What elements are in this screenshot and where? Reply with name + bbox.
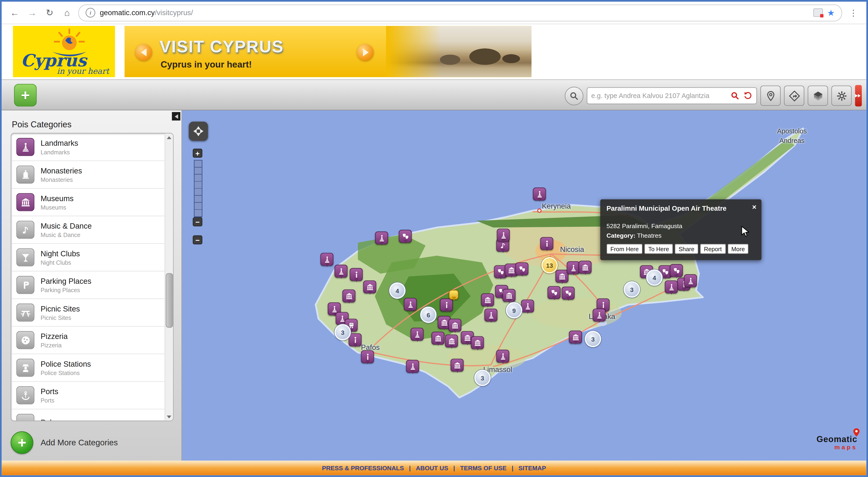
map-marker-statue[interactable] bbox=[496, 350, 509, 363]
map-cluster[interactable]: 4 bbox=[646, 269, 662, 286]
popup-button-share[interactable]: Share bbox=[675, 244, 699, 254]
map-marker-highlight[interactable] bbox=[449, 290, 459, 300]
search-input[interactable] bbox=[590, 91, 728, 100]
banner-prev-button[interactable] bbox=[135, 44, 152, 61]
map-marker-statue[interactable] bbox=[375, 231, 388, 244]
map-marker-statue[interactable] bbox=[665, 280, 678, 294]
category-item-parking-places[interactable]: Parking PlacesParking Places bbox=[11, 271, 165, 299]
map-marker-theatre[interactable] bbox=[670, 264, 683, 277]
map-cluster[interactable]: 3 bbox=[335, 324, 351, 340]
map-marker-statue[interactable] bbox=[320, 253, 334, 266]
map-marker-statue[interactable] bbox=[335, 265, 348, 278]
category-item-ports[interactable]: PortsPorts bbox=[11, 382, 165, 409]
map-marker-museum[interactable] bbox=[471, 336, 484, 349]
map-marker-museum[interactable] bbox=[579, 261, 592, 274]
map-marker-museum[interactable] bbox=[342, 289, 355, 302]
map-pan-control[interactable] bbox=[189, 122, 208, 141]
map-marker-statue[interactable] bbox=[567, 261, 580, 274]
popup-button-from-here[interactable]: From Here bbox=[607, 244, 643, 254]
map-marker-statue[interactable] bbox=[410, 328, 424, 341]
map-cluster[interactable]: 3 bbox=[474, 370, 491, 386]
footer-link-sitemap[interactable]: SITEMAP bbox=[519, 465, 546, 471]
bookmark-star-icon[interactable]: ★ bbox=[827, 8, 835, 18]
directions-button[interactable] bbox=[784, 86, 804, 106]
map-marker-info[interactable] bbox=[540, 237, 553, 250]
reload-icon[interactable]: ↻ bbox=[43, 6, 56, 19]
category-item-music-dance[interactable]: Music & DanceMusic & Dance bbox=[11, 216, 165, 244]
add-more-categories-button[interactable]: + Add More Categories bbox=[11, 431, 118, 454]
map-marker-theatre[interactable] bbox=[562, 286, 575, 300]
category-item-pizzeria[interactable]: PizzeriaPizzeria bbox=[11, 327, 165, 354]
footer-link-about-us[interactable]: ABOUT US bbox=[416, 465, 448, 471]
popup-button-report[interactable]: Report bbox=[700, 244, 725, 254]
scrollbar-thumb[interactable] bbox=[166, 273, 173, 328]
map-cluster[interactable]: 3 bbox=[585, 331, 601, 347]
footer-link-terms-of-use[interactable]: TERMS OF USE bbox=[460, 465, 506, 471]
map-marker-statue[interactable] bbox=[521, 300, 534, 313]
category-item-museums[interactable]: MuseumsMuseums bbox=[11, 189, 165, 216]
map-marker-statue[interactable] bbox=[497, 229, 510, 242]
locate-button[interactable] bbox=[761, 86, 781, 106]
search-go-icon[interactable] bbox=[730, 90, 741, 101]
scroll-down-icon[interactable] bbox=[165, 413, 173, 420]
category-item-landmarks[interactable]: LandmarksLandmarks bbox=[11, 133, 165, 161]
category-scrollbar[interactable] bbox=[164, 133, 173, 421]
map-cluster[interactable]: 6 bbox=[420, 307, 436, 323]
map-cluster[interactable]: 13 bbox=[541, 257, 558, 273]
map-marker-info[interactable] bbox=[361, 350, 374, 364]
browser-menu-icon[interactable]: ⋮ bbox=[847, 6, 860, 19]
footer-link-press-professionals[interactable]: PRESS & PROFESSIONALS bbox=[322, 465, 404, 471]
zoom-in-button[interactable]: + bbox=[193, 149, 202, 158]
map-cluster[interactable]: 4 bbox=[389, 282, 405, 299]
category-item-monasteries[interactable]: MonasteriesMonasteries bbox=[11, 161, 165, 189]
map-marker-museum[interactable] bbox=[481, 293, 494, 306]
map-marker-statue[interactable] bbox=[593, 309, 606, 322]
map-marker-museum[interactable] bbox=[445, 335, 458, 347]
map[interactable]: KeryneiaNicosiaLarnakaPafosLimassolApost… bbox=[182, 110, 866, 461]
map-marker-info[interactable] bbox=[440, 299, 453, 311]
map-marker-statue[interactable] bbox=[684, 274, 697, 287]
url-bar[interactable]: i geomatic.com.cy/visitcyprus/ ★ bbox=[78, 4, 842, 21]
map-marker-museum[interactable] bbox=[363, 280, 376, 294]
settings-button[interactable] bbox=[831, 86, 852, 106]
map-marker-statue[interactable] bbox=[404, 298, 417, 311]
map-marker-info[interactable] bbox=[349, 333, 362, 346]
popup-button-more[interactable]: More bbox=[727, 244, 749, 254]
map-marker-museum[interactable] bbox=[448, 319, 461, 332]
sidebar-collapse-button[interactable] bbox=[172, 112, 180, 121]
page-info-icon[interactable]: i bbox=[86, 8, 95, 18]
home-icon[interactable]: ⌂ bbox=[61, 6, 73, 19]
forward-icon[interactable]: → bbox=[26, 6, 38, 19]
map-marker-theatre[interactable] bbox=[516, 262, 528, 275]
layers-button[interactable] bbox=[808, 86, 828, 106]
map-cluster[interactable]: 9 bbox=[506, 302, 522, 318]
toolbar-expand-tab[interactable] bbox=[855, 85, 862, 106]
category-item-picnic-sites[interactable]: Picnic SitesPicnic Sites bbox=[11, 299, 165, 327]
popup-close-icon[interactable]: × bbox=[752, 203, 756, 210]
map-marker-museum[interactable] bbox=[451, 359, 464, 372]
search-toggle-button[interactable] bbox=[565, 87, 584, 105]
map-marker-statue[interactable] bbox=[485, 309, 497, 322]
popup-button-to-here[interactable]: To Here bbox=[644, 244, 673, 254]
zoom-slider[interactable] bbox=[194, 160, 202, 217]
map-cluster[interactable]: 3 bbox=[624, 281, 640, 298]
category-item-pub[interactable]: Pub bbox=[11, 409, 165, 420]
category-item-night-clubs[interactable]: Night ClubsNight Clubs bbox=[11, 244, 165, 271]
add-poi-button[interactable]: + bbox=[14, 84, 37, 106]
search-reset-icon[interactable] bbox=[742, 90, 753, 101]
category-item-police-stations[interactable]: Police StationsPolice Stations bbox=[11, 354, 165, 382]
map-marker-museum[interactable] bbox=[556, 270, 568, 283]
map-marker-museum[interactable] bbox=[502, 289, 516, 302]
map-marker-statue[interactable] bbox=[406, 360, 419, 373]
map-marker-theatre[interactable] bbox=[399, 230, 412, 243]
map-marker-museum[interactable] bbox=[569, 331, 582, 344]
map-marker-statue[interactable] bbox=[533, 188, 546, 201]
map-marker-theatre[interactable] bbox=[548, 286, 561, 299]
scroll-up-icon[interactable] bbox=[165, 133, 173, 141]
cyprus-tourism-logo[interactable]: Cyprus in your heart bbox=[13, 26, 115, 77]
banner-next-button[interactable] bbox=[357, 44, 374, 61]
map-marker-museum[interactable] bbox=[432, 332, 444, 345]
zoom-out-secondary-button[interactable]: − bbox=[193, 235, 202, 244]
zoom-out-button[interactable]: − bbox=[193, 217, 202, 227]
map-marker-info[interactable] bbox=[350, 268, 363, 281]
